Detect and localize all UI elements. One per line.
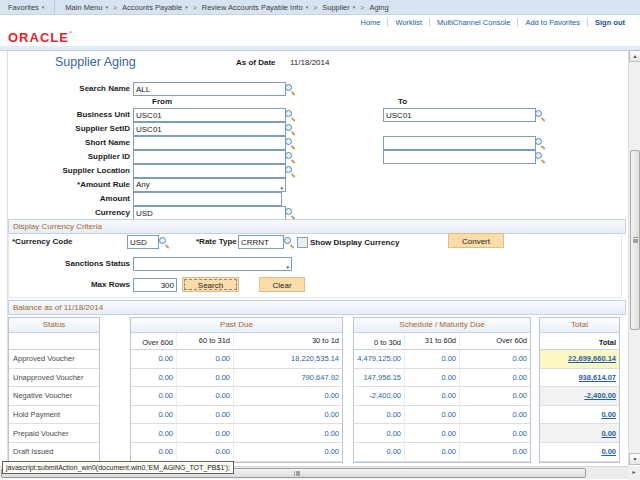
convert-button[interactable]: Convert (448, 233, 504, 248)
breadcrumb-favorites[interactable]: Favorites▾ (0, 3, 44, 12)
supplier-location-lookup-icon[interactable] (284, 165, 296, 177)
past-due-group-header: Past Due (131, 318, 342, 333)
status-cell: Negative Voucher (9, 391, 99, 400)
total-subheader-row: Total (540, 333, 619, 350)
rate-type-lookup-icon[interactable] (283, 236, 295, 248)
total-amount-link[interactable]: 0.00 (540, 410, 619, 419)
vertical-scrollbar[interactable]: ▲ ▼ (628, 50, 640, 465)
table-row: 938,614.07 (540, 369, 619, 388)
clear-button[interactable]: Clear (259, 277, 305, 292)
aging-amount-cell: 0.00 (233, 406, 342, 424)
table-row: Draft Issued (9, 443, 99, 462)
rate-type-input[interactable] (238, 235, 284, 249)
status-cell: Prepaid Voucher (9, 429, 99, 438)
breadcrumb-review-ap-info[interactable]: Review Accounts Payable Info▾ (202, 3, 308, 12)
supplier-location-label: Supplier Location (0, 166, 130, 175)
sanctions-status-label: Sanctions Status (0, 259, 130, 268)
business-unit-from-lookup-icon[interactable] (284, 109, 296, 121)
amount-rule-row: *Amount Rule Any▾ (0, 178, 628, 192)
aging-amount-cell: 18,220,535.14 (233, 350, 342, 368)
supplier-location-row: Supplier Location (0, 164, 628, 178)
total-amount-link[interactable]: 0.00 (540, 447, 619, 456)
breadcrumb-accounts-payable[interactable]: Accounts Payable▾ (122, 3, 188, 12)
total-amount-link[interactable]: 938,614.07 (540, 373, 619, 382)
table-row: Approved Voucher (9, 350, 99, 369)
supplier-id-from-input[interactable] (133, 150, 286, 164)
scrollbar-grip (633, 237, 638, 239)
business-unit-from-input[interactable] (133, 108, 286, 122)
total-amount-link[interactable]: 0.00 (540, 429, 619, 438)
currency-code-lookup-icon[interactable] (158, 236, 170, 248)
supplier-id-to-input[interactable] (383, 150, 536, 164)
amount-input[interactable] (133, 192, 282, 206)
amount-row: Amount (0, 192, 628, 206)
currency-input[interactable] (133, 206, 286, 220)
vertical-scrollbar-thumb[interactable] (630, 150, 640, 330)
search-button[interactable]: Search (182, 277, 239, 292)
nav-link-add-to-favorites[interactable]: Add to Favorites (525, 18, 580, 27)
max-rows-input[interactable] (133, 278, 177, 292)
table-row: 0.00 (540, 443, 619, 462)
table-row: Negative Voucher (9, 387, 99, 406)
sanctions-status-select[interactable]: ▾ (133, 257, 292, 271)
breadcrumb-supplier[interactable]: Supplier▾ (322, 3, 355, 12)
total-group-header: Total (540, 318, 619, 333)
aging-amount-cell: 0.00 (131, 447, 176, 456)
nav-link-multichannel-console[interactable]: MultiChannel Console (437, 18, 510, 27)
amount-rule-value: Any (136, 180, 150, 189)
currency-lookup-icon[interactable] (284, 207, 296, 219)
table-row: Hold Payment (9, 406, 99, 425)
short-name-to-lookup-icon[interactable] (534, 137, 546, 149)
supplier-aging-screen: Favorites▾ Main Menu▾ > Accounts Payable… (0, 0, 640, 480)
supplier-setid-lookup-icon[interactable] (284, 123, 296, 135)
search-name-input[interactable] (133, 82, 286, 96)
total-box: Total Total 22,699,660.14938,614.07-2,40… (539, 317, 620, 463)
table-row: 4,479,125.000.000.00 (354, 350, 530, 369)
table-row: 0.000.000.00 (131, 424, 342, 443)
table-row: 0.000.000.00 (131, 443, 342, 462)
supplier-setid-input[interactable] (133, 122, 286, 136)
show-display-currency-checkbox[interactable] (297, 237, 308, 248)
nav-link-home[interactable]: Home (360, 18, 380, 27)
short-name-from-lookup-icon[interactable] (284, 137, 296, 149)
breadcrumb-label: Accounts Payable (122, 3, 182, 12)
amount-label: Amount (0, 194, 130, 203)
aging-amount-cell: 0.00 (176, 406, 233, 424)
as-of-date-label: As of Date (236, 58, 276, 67)
status-column-box: Status Approved VoucherUnapproved Vouche… (8, 317, 100, 463)
scrollbar-grip (294, 471, 296, 476)
nav-link-worklist[interactable]: Worklist (395, 18, 422, 27)
short-name-from-input[interactable] (133, 136, 286, 150)
breadcrumb-separator: > (113, 4, 117, 11)
nav-divider (54, 0, 55, 14)
max-rows-row: Max Rows (0, 278, 628, 292)
column-header-total: Total (540, 338, 619, 347)
past-due-box-body: 0.000.0018,220,535.140.000.00790,647.920… (131, 350, 342, 462)
aging-amount-cell: 0.00 (131, 391, 176, 400)
scroll-right-icon[interactable]: ► (628, 466, 640, 480)
supplier-id-from-lookup-icon[interactable] (284, 151, 296, 163)
search-name-lookup-icon[interactable] (284, 83, 296, 95)
business-unit-to-lookup-icon[interactable] (534, 109, 546, 121)
table-row: 0.000.000.00 (354, 443, 530, 462)
breadcrumb-separator: > (193, 4, 197, 11)
short-name-row: Short Name (0, 136, 628, 150)
business-unit-to-input[interactable] (383, 108, 536, 122)
link-divider (587, 18, 588, 27)
scroll-up-icon[interactable]: ▲ (629, 50, 640, 62)
table-row: 0.00 (540, 424, 619, 443)
link-divider (387, 18, 388, 27)
supplier-location-input[interactable] (133, 164, 286, 178)
supplier-id-to-lookup-icon[interactable] (534, 151, 546, 163)
past-due-box: Past Due Over 60d 60 to 31d 30 to 1d 0.0… (130, 317, 343, 463)
breadcrumb-main-menu[interactable]: Main Menu▾ (65, 3, 108, 12)
short-name-to-input[interactable] (383, 136, 536, 150)
amount-rule-select[interactable]: Any▾ (133, 178, 286, 192)
total-amount-link[interactable]: -2,400.00 (540, 391, 619, 400)
aging-amount-cell: 0.00 (233, 424, 342, 442)
currency-code-input[interactable] (127, 235, 159, 249)
nav-link-sign-out[interactable]: Sign out (595, 18, 625, 27)
scroll-down-icon[interactable]: ▼ (629, 453, 640, 465)
total-amount-link[interactable]: 22,699,660.14 (540, 354, 619, 363)
currency-row: Currency (0, 206, 628, 220)
